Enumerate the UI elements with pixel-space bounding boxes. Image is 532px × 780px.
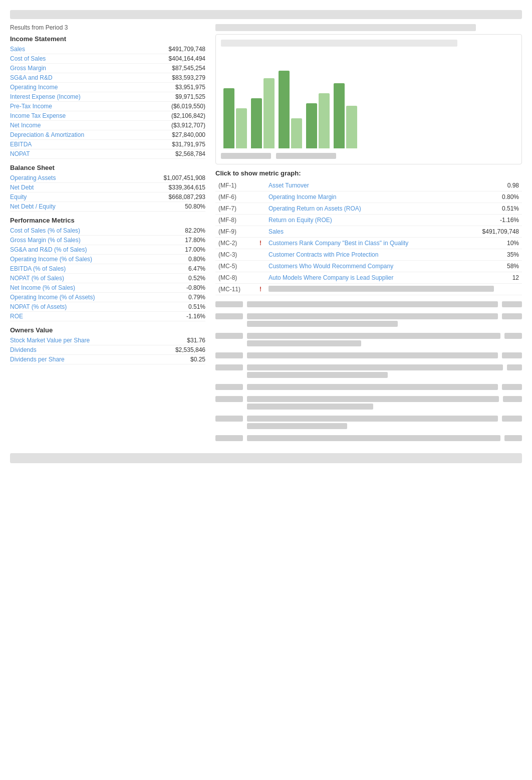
metric-row-mc2[interactable]: (MC-2) ! Customers Rank Company "Best in… xyxy=(215,238,522,249)
metric-code-mc3: (MC-3) xyxy=(215,249,255,261)
row-sales[interactable]: Sales $491,709,748 xyxy=(10,45,205,54)
click-to-show-title: Click to show metric graph: xyxy=(215,169,522,177)
row-gross-margin-label: Gross Margin xyxy=(10,65,145,72)
row-pretax-income[interactable]: Pre-Tax Income ($6,019,550) xyxy=(10,102,205,111)
row-roe-label: ROE xyxy=(10,313,145,320)
row-gm-pct-label: Gross Margin (% of Sales) xyxy=(10,237,145,244)
row-roe-value: -1.16% xyxy=(145,313,205,320)
owners-value-rows: Stock Market Value per Share $31.76 Divi… xyxy=(10,336,205,364)
row-net-income-value: ($3,912,707) xyxy=(145,122,205,129)
row-oi-pct-sales[interactable]: Operating Income (% of Sales) 0.80% xyxy=(10,255,205,264)
metric-row-mf9[interactable]: (MF-9) Sales $491,709,748 xyxy=(215,226,522,238)
row-ebitda-value: $31,791,975 xyxy=(145,141,205,148)
row-equity-value: $668,087,293 xyxy=(145,193,205,201)
row-operating-income-label: Operating Income xyxy=(10,84,145,91)
chart-title-blurred xyxy=(221,40,457,47)
row-income-tax-expense[interactable]: Income Tax Expense ($2,106,842) xyxy=(10,111,205,121)
row-ebitda-label: EBITDA xyxy=(10,141,145,148)
metric-row-mc8[interactable]: (MC-8) Auto Models Where Company is Lead… xyxy=(215,272,522,284)
row-operating-assets[interactable]: Operating Assets $1,007,451,908 xyxy=(10,173,205,183)
row-cos-pct[interactable]: Cost of Sales (% of Sales) 82.20% xyxy=(10,226,205,236)
metric-warning-mc2: ! xyxy=(255,238,265,249)
bar-light-1 xyxy=(236,108,247,148)
row-cos-pct-label: Cost of Sales (% of Sales) xyxy=(10,227,145,234)
metric-label-mc2: Customers Rank Company "Best in Class" i… xyxy=(265,238,464,249)
metric-warning-mf7 xyxy=(255,203,265,215)
metric-value-mf8: -1.16% xyxy=(464,215,522,226)
row-dividends-label: Dividends xyxy=(10,346,145,353)
bar-light-2 xyxy=(263,78,275,148)
row-net-debt[interactable]: Net Debt $339,364,615 xyxy=(10,183,205,192)
row-ebitda-pct[interactable]: EBITDA (% of Sales) 6.47% xyxy=(10,264,205,274)
row-nopat[interactable]: NOPAT $2,568,784 xyxy=(10,149,205,159)
metric-row-mc5[interactable]: (MC-5) Customers Who Would Recommend Com… xyxy=(215,261,522,272)
metric-row-mf7[interactable]: (MF-7) Operating Return on Assets (ROA) … xyxy=(215,203,522,215)
row-stock-market-value[interactable]: Stock Market Value per Share $31.76 xyxy=(10,336,205,345)
row-depreciation-value: $27,840,000 xyxy=(145,131,205,138)
metric-warning-mf1 xyxy=(255,180,265,191)
row-sga-rd[interactable]: SG&A and R&D $83,593,279 xyxy=(10,73,205,83)
metric-row-mc11[interactable]: (MC-11) ! xyxy=(215,284,522,295)
metric-code-mc2: (MC-2) xyxy=(215,238,255,249)
metric-code-mf6: (MF-6) xyxy=(215,191,255,203)
row-oi-pct-assets[interactable]: Operating Income (% of Assets) 0.79% xyxy=(10,293,205,302)
row-cos-pct-value: 82.20% xyxy=(145,227,205,234)
row-net-income[interactable]: Net Income ($3,912,707) xyxy=(10,121,205,130)
row-operating-assets-value: $1,007,451,908 xyxy=(145,174,205,181)
row-nopat-pct-sales[interactable]: NOPAT (% of Sales) 0.52% xyxy=(10,274,205,283)
row-operating-income-value: $3,951,975 xyxy=(145,84,205,91)
row-ebitda-pct-label: EBITDA (% of Sales) xyxy=(10,265,145,272)
metric-row-mf8[interactable]: (MF-8) Return on Equity (ROE) -1.16% xyxy=(215,215,522,226)
bar-group-5 xyxy=(334,83,357,148)
row-gm-pct[interactable]: Gross Margin (% of Sales) 17.80% xyxy=(10,236,205,245)
row-depreciation[interactable]: Depreciation & Amortization $27,840,000 xyxy=(10,130,205,140)
metric-row-mf6[interactable]: (MF-6) Operating Income Margin 0.80% xyxy=(215,191,522,203)
metric-value-mf7: 0.51% xyxy=(464,203,522,215)
metric-label-mf7: Operating Return on Assets (ROA) xyxy=(265,203,464,215)
row-nopat-pct-assets-label: NOPAT (% of Assets) xyxy=(10,303,145,310)
row-ni-pct-sales[interactable]: Net Income (% of Sales) -0.80% xyxy=(10,283,205,293)
row-nopat-pct-assets[interactable]: NOPAT (% of Assets) 0.51% xyxy=(10,302,205,312)
row-gross-margin[interactable]: Gross Margin $87,545,254 xyxy=(10,64,205,73)
row-nopat-value: $2,568,784 xyxy=(145,150,205,157)
metric-value-mc5: 58% xyxy=(464,261,522,272)
row-cost-of-sales-value: $404,164,494 xyxy=(145,55,205,62)
bar-light-4 xyxy=(319,93,330,148)
performance-metrics-title: Performance Metrics xyxy=(10,217,205,224)
row-operating-income[interactable]: Operating Income $3,951,975 xyxy=(10,83,205,92)
bar-group-3 xyxy=(279,71,302,148)
metric-code-mf7: (MF-7) xyxy=(215,203,255,215)
row-pretax-income-value: ($6,019,550) xyxy=(145,103,205,110)
bar-green-3 xyxy=(279,71,290,148)
row-sga-rd-value: $83,593,279 xyxy=(145,74,205,81)
row-cost-of-sales[interactable]: Cost of Sales $404,164,494 xyxy=(10,54,205,64)
metric-warning-mf6 xyxy=(255,191,265,203)
metric-value-mf6: 0.80% xyxy=(464,191,522,203)
row-nopat-pct-sales-label: NOPAT (% of Sales) xyxy=(10,275,145,282)
metric-code-mc11: (MC-11) xyxy=(215,284,255,295)
row-dividends[interactable]: Dividends $2,535,846 xyxy=(10,345,205,355)
row-sales-label: Sales xyxy=(10,46,145,53)
metrics-click-section: Click to show metric graph: (MF-1) Asset… xyxy=(215,169,522,443)
metric-value-mf9: $491,709,748 xyxy=(464,226,522,238)
owners-value-title: Owners Value xyxy=(10,326,205,334)
row-roe[interactable]: ROE -1.16% xyxy=(10,312,205,321)
row-pretax-income-label: Pre-Tax Income xyxy=(10,103,145,110)
row-interest-expense[interactable]: Interest Expense (Income) $9,971,525 xyxy=(10,92,205,102)
metric-label-mf9: Sales xyxy=(265,226,464,238)
row-sga-pct-value: 17.00% xyxy=(145,246,205,253)
metric-row-mc3[interactable]: (MC-3) Customer Contracts with Price Pro… xyxy=(215,249,522,261)
row-equity[interactable]: Equity $668,087,293 xyxy=(10,192,205,202)
row-dividends-per-share[interactable]: Dividends per Share $0.25 xyxy=(10,355,205,364)
bar-green-1 xyxy=(223,88,234,148)
chart-legend-blurred-2 xyxy=(276,153,336,159)
row-net-debt-equity[interactable]: Net Debt / Equity 50.80% xyxy=(10,202,205,212)
row-nopat-pct-sales-value: 0.52% xyxy=(145,275,205,282)
row-ebitda[interactable]: EBITDA $31,791,975 xyxy=(10,140,205,149)
top-nav-bar xyxy=(10,10,522,19)
metric-warning-mf8 xyxy=(255,215,265,226)
metric-warning-mc8 xyxy=(255,272,265,284)
metric-row-mf1[interactable]: (MF-1) Asset Turnover 0.98 xyxy=(215,180,522,191)
row-sga-pct[interactable]: SG&A and R&D (% of Sales) 17.00% xyxy=(10,245,205,255)
row-stock-market-value-label: Stock Market Value per Share xyxy=(10,337,145,344)
